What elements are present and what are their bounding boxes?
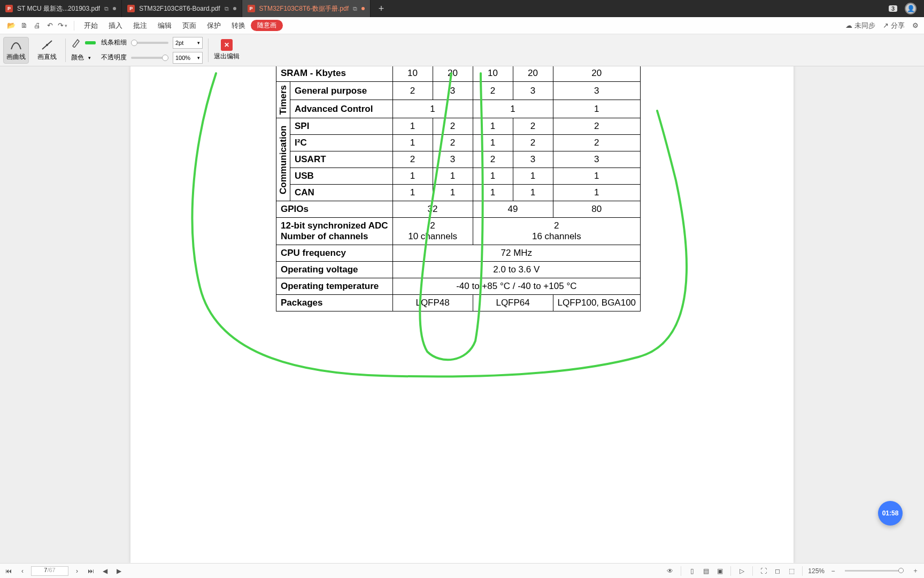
pdf-icon: P — [5, 5, 13, 12]
zoom-out-icon[interactable]: − — [828, 566, 838, 576]
menu-convert[interactable]: 转换 — [226, 21, 251, 31]
tab-close-icon[interactable] — [361, 7, 365, 10]
thickness-combo[interactable]: 2pt▾ — [173, 37, 203, 49]
line-tool-button[interactable]: 画直线 — [34, 37, 60, 64]
opacity-combo[interactable]: 100%▾ — [173, 52, 203, 64]
play-icon[interactable]: ▷ — [736, 566, 747, 576]
tab-label: STM32F103C8T6-数据手册.pdf — [259, 4, 349, 13]
fit-width-icon[interactable]: ⬚ — [786, 566, 797, 576]
main-toolbar: 📂 🗎 🖨 ↶ ↷▾ 开始 插入 批注 编辑 页面 保护 转换 随意画 ☁ 未同… — [0, 17, 924, 34]
open-icon[interactable]: 📂 — [5, 20, 17, 32]
continuous-icon[interactable]: ▤ — [700, 566, 711, 576]
document-viewport[interactable]: SRAM - Kbytes 1020 1020 20 Timers Genera… — [0, 66, 924, 563]
two-page-icon[interactable]: ▣ — [714, 566, 725, 576]
popout-icon[interactable]: ⧉ — [225, 5, 229, 12]
avatar[interactable]: 👤 — [905, 3, 917, 14]
prev-page-icon[interactable]: ‹ — [17, 566, 28, 576]
pdf-page: SRAM - Kbytes 1020 1020 20 Timers Genera… — [130, 66, 794, 563]
nav-left-icon[interactable]: ◀ — [99, 566, 110, 576]
tab-1[interactable]: P STM32F103C8T6-Board.pdf ⧉ — [122, 0, 242, 17]
page-input[interactable]: 7/67 — [31, 566, 68, 576]
notification-badge[interactable]: 3 — [889, 5, 897, 12]
sync-button[interactable]: ☁ 未同步 — [845, 21, 875, 31]
tab-label: STM32F103C8T6-Board.pdf — [139, 5, 220, 12]
pdf-icon: P — [127, 5, 135, 12]
menu-page[interactable]: 页面 — [177, 21, 202, 31]
close-icon: ✕ — [221, 39, 233, 51]
curve-icon — [10, 39, 22, 51]
freehand-pill[interactable]: 随意画 — [251, 20, 283, 31]
pen-icon — [71, 38, 81, 48]
popout-icon[interactable]: ⧉ — [104, 5, 109, 12]
zoom-in-icon[interactable]: ＋ — [910, 566, 921, 576]
status-bar: ⏮ ‹ 7/67 › ⏭ ◀ ▶ 👁 ▯ ▤ ▣ ▷ ⛶ ◻ ⬚ 125% − … — [0, 563, 924, 578]
draw-options-toolbar: 画曲线 画直线 颜色▾ 线条粗细 2pt▾ 不透明度 100%▾ ✕ 退出编辑 — [0, 34, 924, 66]
print-icon[interactable]: 🖨 — [31, 20, 43, 32]
undo-icon[interactable]: ↶ — [44, 20, 56, 32]
line-icon — [41, 39, 53, 51]
menu-insert[interactable]: 插入 — [103, 21, 128, 31]
settings-icon[interactable]: ⚙ — [912, 21, 919, 29]
titlebar: P ST MCU 最新选...201903.pdf ⧉ P STM32F103C… — [0, 0, 924, 17]
exit-edit-button[interactable]: ✕ 退出编辑 — [214, 39, 240, 61]
zoom-value[interactable]: 125% — [808, 567, 825, 575]
menu-edit[interactable]: 编辑 — [152, 21, 177, 31]
last-page-icon[interactable]: ⏭ — [86, 566, 96, 576]
single-page-icon[interactable]: ▯ — [687, 566, 697, 576]
eye-icon[interactable]: 👁 — [665, 566, 675, 576]
tab-close-icon[interactable] — [113, 7, 116, 10]
spec-table: SRAM - Kbytes 1020 1020 20 Timers Genera… — [276, 66, 641, 311]
color-swatch — [85, 41, 96, 44]
next-page-icon[interactable]: › — [72, 566, 82, 576]
nav-right-icon[interactable]: ▶ — [113, 566, 124, 576]
tab-2[interactable]: P STM32F103C8T6-数据手册.pdf ⧉ — [242, 0, 371, 17]
crop-icon[interactable]: ◻ — [772, 566, 783, 576]
pdf-icon: P — [248, 5, 255, 12]
timer-badge[interactable]: 01:58 — [878, 501, 903, 526]
new-tab-button[interactable]: + — [371, 0, 392, 17]
zoom-slider[interactable] — [845, 570, 904, 572]
menu-protect[interactable]: 保护 — [202, 21, 226, 31]
svg-point-1 — [46, 44, 48, 46]
thickness-slider[interactable] — [131, 42, 168, 44]
redo-icon[interactable]: ↷▾ — [57, 20, 68, 32]
share-button[interactable]: ↗ 分享 — [883, 21, 905, 31]
popout-icon[interactable]: ⧉ — [353, 5, 357, 12]
opacity-slider[interactable] — [131, 57, 168, 59]
curve-tool-button[interactable]: 画曲线 — [3, 37, 29, 64]
tab-0[interactable]: P ST MCU 最新选...201903.pdf ⧉ — [0, 0, 122, 17]
menu-annot[interactable]: 批注 — [128, 21, 152, 31]
first-page-icon[interactable]: ⏮ — [3, 566, 14, 576]
tab-label: ST MCU 最新选...201903.pdf — [17, 4, 100, 13]
menu-start[interactable]: 开始 — [79, 21, 103, 31]
tab-close-icon[interactable] — [233, 7, 236, 10]
fit-icon[interactable]: ⛶ — [758, 566, 769, 576]
save-icon[interactable]: 🗎 — [18, 20, 30, 32]
